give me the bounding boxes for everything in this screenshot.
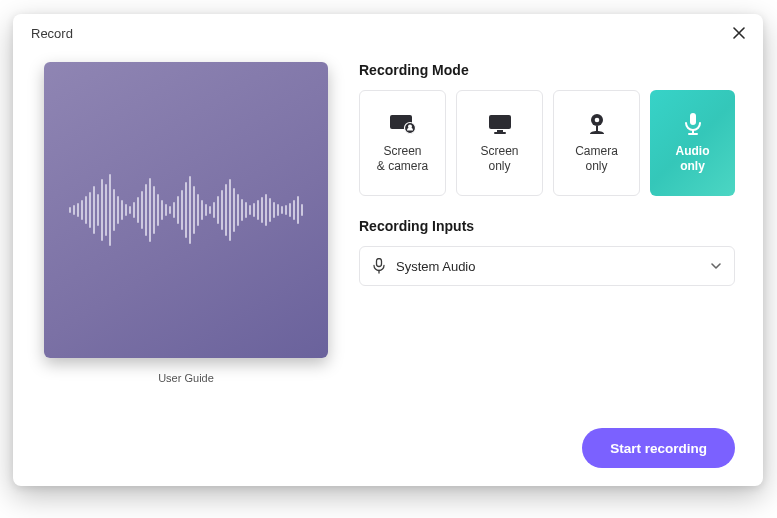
waveform-icon [66,165,306,255]
svg-rect-64 [494,132,506,134]
recording-inputs-title: Recording Inputs [359,218,735,234]
titlebar: Record [13,14,763,52]
mode-label: Camera only [575,144,618,174]
footer: Start recording [359,416,735,468]
screen-camera-icon [388,112,418,136]
audio-input-select[interactable]: System Audio [359,246,735,286]
mode-screen-only[interactable]: Screen only [456,90,543,196]
mic-icon [372,258,386,274]
settings-column: Recording Mode Screen & camera Screen on… [359,62,735,468]
window-title: Record [31,26,73,41]
mode-screen-camera[interactable]: Screen & camera [359,90,446,196]
mic-icon [678,112,708,136]
mode-label: Screen & camera [377,144,428,174]
record-window: Record User Guide Recording Mode [13,14,763,486]
chevron-down-icon [710,262,722,270]
camera-icon [582,112,612,136]
svg-point-66 [594,118,599,123]
mode-row: Screen & camera Screen only Camera only [359,90,735,196]
preview-column: User Guide [41,62,331,468]
preview-caption: User Guide [158,372,214,384]
audio-input-value: System Audio [396,259,700,274]
screen-icon [485,112,515,136]
preview-panel [44,62,328,358]
recording-mode-title: Recording Mode [359,62,735,78]
content: User Guide Recording Mode Screen & camer… [13,52,763,486]
svg-rect-67 [596,126,598,131]
mode-camera-only[interactable]: Camera only [553,90,640,196]
svg-rect-71 [377,259,382,267]
svg-rect-63 [497,130,503,132]
mode-label: Audio only [676,144,710,174]
mode-audio-only[interactable]: Audio only [650,90,735,196]
start-recording-button[interactable]: Start recording [582,428,735,468]
svg-rect-68 [690,113,696,125]
close-icon [733,27,745,39]
mode-label: Screen only [480,144,518,174]
close-button[interactable] [729,23,749,43]
svg-rect-62 [489,115,511,129]
